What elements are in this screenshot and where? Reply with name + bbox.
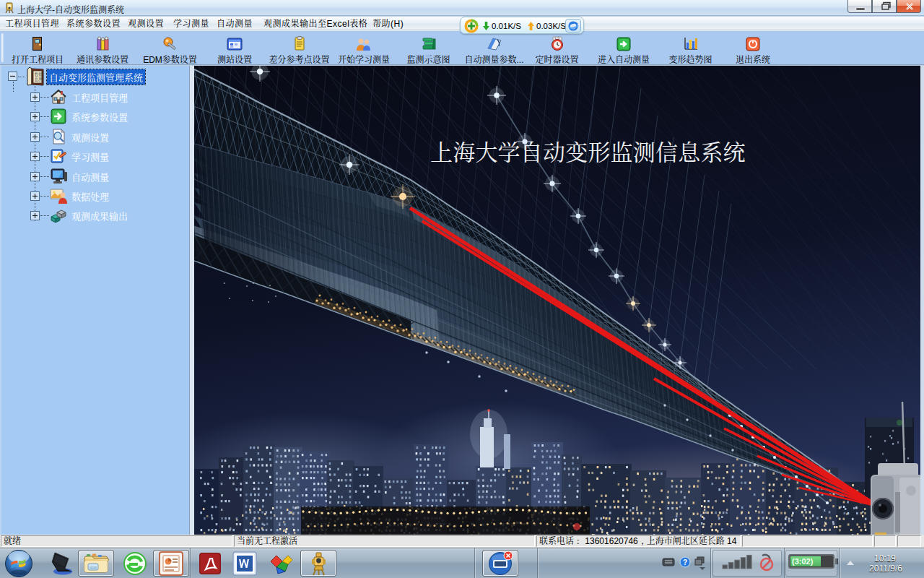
svg-text:?: ? [683,558,687,566]
svg-text:数据: 数据 [35,72,43,77]
svg-text:上海大学自动变形监测信息系统: 上海大学自动变形监测信息系统 [430,134,746,167]
svg-text:监测: 监测 [35,77,43,82]
